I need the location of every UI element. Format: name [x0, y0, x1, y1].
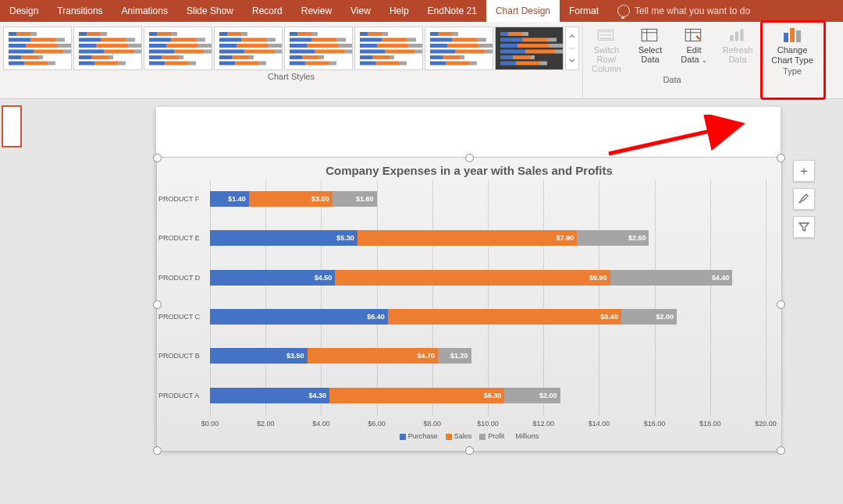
bar-segment[interactable]: $2.00 [504, 388, 560, 403]
x-axis-tick: $16.00 [644, 420, 666, 428]
bar-segment[interactable]: $1.20 [438, 348, 471, 364]
svg-rect-142 [500, 62, 516, 66]
svg-rect-45 [149, 50, 174, 54]
svg-rect-35 [118, 62, 126, 66]
legend-item[interactable]: Purchase [400, 432, 438, 440]
tab-animations[interactable]: Animations [112, 0, 177, 22]
chart-style-4[interactable] [214, 27, 283, 70]
svg-rect-83 [344, 50, 352, 54]
svg-rect-81 [290, 50, 315, 54]
bar-segment[interactable]: $2.00 [621, 309, 677, 325]
tab-chart-design[interactable]: Chart Design [486, 0, 560, 22]
bar-segment[interactable]: $1.40 [210, 191, 249, 207]
bar-segment[interactable]: $6.30 [329, 388, 504, 403]
selection-handle[interactable] [777, 446, 785, 455]
chart-style-5[interactable] [284, 27, 353, 70]
bar-segment[interactable]: $9.90 [335, 270, 610, 286]
svg-rect-68 [249, 55, 254, 59]
tab-view[interactable]: View [341, 0, 380, 22]
bar-segment[interactable]: $6.40 [210, 309, 388, 325]
svg-rect-64 [244, 50, 274, 54]
svg-rect-44 [197, 44, 212, 48]
chart-style-7[interactable] [425, 27, 493, 70]
chart-style-8[interactable] [495, 27, 564, 70]
tab-slide-show[interactable]: Slide Show [177, 0, 243, 22]
chart-filters-button[interactable] [793, 216, 815, 238]
tab-format[interactable]: Format [560, 0, 608, 22]
slide-thumbnail-1[interactable] [2, 105, 22, 147]
svg-rect-50 [179, 55, 183, 59]
svg-rect-118 [455, 50, 485, 54]
chart-elements-button[interactable]: ＋ [793, 160, 815, 182]
chart-style-6[interactable] [354, 27, 423, 70]
chart-styles-more[interactable] [565, 27, 579, 70]
bar-segment[interactable]: $4.30 [210, 388, 329, 403]
tell-me-search[interactable]: Tell me what you want to do [608, 0, 759, 22]
refresh-data-label: Refresh Data [723, 45, 753, 64]
svg-rect-85 [302, 55, 319, 59]
bar-segment[interactable]: $3.00 [249, 191, 333, 207]
tab-record[interactable]: Record [243, 0, 292, 22]
svg-rect-144 [539, 62, 547, 66]
svg-rect-51 [149, 62, 165, 66]
svg-rect-108 [430, 32, 438, 36]
tab-endnote-21[interactable]: EndNote 21 [418, 0, 486, 22]
svg-rect-86 [319, 55, 324, 59]
chart-title[interactable]: Company Expenses in a year with Sales an… [157, 164, 781, 177]
svg-rect-125 [469, 62, 477, 66]
svg-rect-25 [96, 44, 127, 48]
chart-legend[interactable]: PurchaseSalesProfitMillions [157, 432, 781, 440]
chart-style-3[interactable] [144, 27, 212, 70]
chart-object[interactable]: Company Expenses in a year with Sales an… [156, 157, 782, 452]
x-axis-tick: $2.00 [257, 420, 275, 428]
bar-segment[interactable]: $2.60 [577, 230, 649, 246]
chart-styles-button[interactable] [793, 188, 815, 210]
chart-plot-area[interactable]: PRODUCT F$1.40$3.00$1.60PRODUCT E$5.30$7… [210, 179, 766, 415]
svg-rect-111 [430, 38, 452, 42]
tab-help[interactable]: Help [380, 0, 418, 22]
svg-rect-63 [219, 50, 244, 54]
selection-handle[interactable] [153, 154, 162, 162]
bar-segment[interactable]: $1.60 [333, 191, 377, 207]
tab-review[interactable]: Review [292, 0, 341, 22]
bar-segment[interactable]: $4.50 [210, 270, 335, 286]
tab-design[interactable]: Design [0, 0, 48, 22]
bar-segment[interactable]: $4.70 [308, 348, 438, 364]
bar-segment[interactable]: $8.40 [388, 309, 621, 325]
svg-rect-133 [500, 44, 518, 48]
svg-rect-82 [315, 50, 344, 54]
svg-rect-139 [500, 55, 513, 59]
selection-handle[interactable] [153, 300, 162, 309]
svg-rect-32 [108, 55, 113, 59]
svg-rect-49 [162, 55, 179, 59]
edit-data-button[interactable]: Edit Data ⌄ [674, 25, 714, 73]
tab-transitions[interactable]: Transitions [48, 0, 112, 22]
svg-rect-0 [9, 32, 16, 36]
chart-style-1[interactable] [3, 27, 72, 70]
bar-segment[interactable]: $5.30 [210, 230, 357, 246]
selection-handle[interactable] [777, 300, 785, 309]
bar-segment[interactable]: $3.50 [210, 348, 308, 364]
svg-rect-23 [126, 38, 135, 42]
svg-rect-6 [9, 44, 26, 48]
change-chart-type-button[interactable]: Change Chart Type [767, 25, 818, 65]
bar-segment[interactable]: $7.90 [357, 230, 577, 246]
select-data-button[interactable]: Select Data [630, 25, 670, 73]
svg-rect-40 [171, 38, 196, 42]
selection-handle[interactable] [465, 154, 474, 162]
svg-rect-38 [171, 32, 177, 36]
chart-style-2[interactable] [73, 27, 142, 70]
selection-handle[interactable] [465, 446, 474, 455]
legend-item[interactable]: Sales [446, 432, 472, 440]
svg-rect-77 [336, 38, 346, 42]
legend-item[interactable]: Profit [479, 432, 504, 440]
svg-rect-151 [740, 29, 743, 41]
selection-handle[interactable] [153, 446, 162, 455]
bar-segment[interactable]: $4.40 [610, 270, 733, 286]
svg-rect-17 [48, 62, 55, 66]
svg-rect-13 [21, 55, 38, 59]
svg-rect-78 [290, 44, 307, 48]
svg-rect-67 [232, 55, 249, 59]
svg-rect-112 [452, 38, 477, 42]
selection-handle[interactable] [777, 154, 785, 162]
